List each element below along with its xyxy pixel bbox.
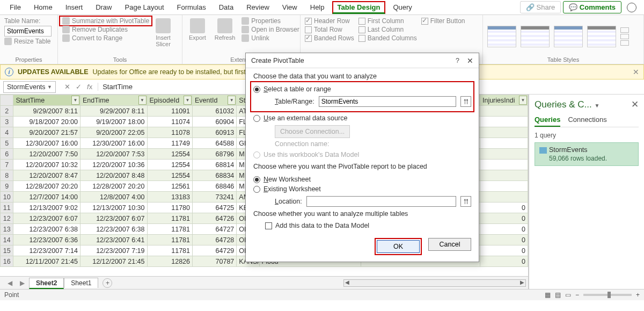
column-header[interactable]: StartTime▼ — [13, 95, 80, 106]
choose-connection-button: Choose Connection... — [275, 125, 350, 138]
zoom-out[interactable]: − — [575, 291, 579, 299]
queries-tabs: QueriesConnections — [535, 115, 639, 127]
radio-data-model: Use this workbook's Data Model — [253, 150, 471, 160]
menu-file[interactable]: File — [4, 1, 26, 13]
menu-page-layout[interactable]: Page Layout — [120, 1, 170, 13]
refresh-button[interactable]: Refresh — [213, 17, 238, 55]
ribbon-group-tablestyles: Table Styles — [483, 15, 644, 64]
summarize-pivottable[interactable]: Summarize with PivotTable — [59, 16, 152, 26]
updates-title: UPDATES AVAILABLE — [18, 68, 88, 76]
view-page-icon[interactable]: ▤ — [555, 291, 561, 299]
view-break-icon[interactable]: ▭ — [565, 291, 571, 299]
queries-pane-close[interactable]: ✕ — [631, 99, 639, 110]
status-bar: Point ▦ ▤ ▭ − + — [0, 289, 644, 300]
column-header[interactable]: InjuriesIndi▼ — [480, 95, 528, 106]
sheet-tab[interactable]: Sheet1 — [64, 278, 98, 288]
filter-icon[interactable]: ▼ — [71, 96, 79, 105]
comments-button[interactable]: 💬 Comments — [563, 1, 621, 13]
dialog-title: Create PivotTable — [251, 57, 456, 64]
export-button[interactable]: Export — [187, 17, 208, 55]
cancel-button[interactable]: Cancel — [428, 238, 471, 251]
dialog-close[interactable]: ✕ — [467, 56, 473, 65]
open-in-browser[interactable]: Open in Browser — [241, 26, 299, 33]
location-input[interactable] — [306, 196, 456, 207]
menu-draw[interactable]: Draw — [90, 1, 117, 13]
table-style-more[interactable] — [620, 27, 629, 46]
ext-properties[interactable]: Properties — [241, 17, 299, 25]
menu-home[interactable]: Home — [28, 1, 58, 13]
horizontal-scrollbar[interactable] — [343, 279, 526, 287]
add-sheet[interactable]: + — [103, 278, 112, 288]
name-box[interactable]: StormEvents▼ — [3, 81, 56, 93]
menu-view[interactable]: View — [277, 1, 303, 13]
table-range-input[interactable] — [319, 96, 456, 107]
menu-formulas[interactable]: Formulas — [172, 1, 211, 13]
query-item-status: 59,066 rows loaded. — [539, 155, 634, 162]
updates-close[interactable]: ✕ — [633, 68, 639, 76]
resize-table[interactable]: Resize Table — [4, 38, 52, 45]
insert-slicer[interactable]: Insert Slicer — [153, 17, 173, 55]
menu-help[interactable]: Help — [305, 1, 330, 13]
ok-button[interactable]: OK — [377, 240, 420, 253]
share-button[interactable]: 🔗 Share — [520, 1, 561, 13]
convert-to-range[interactable]: Convert to Range — [62, 34, 149, 42]
range-picker-icon[interactable]: ⮅ — [460, 196, 471, 207]
account-icon[interactable] — [627, 3, 636, 12]
fx-icon[interactable]: fx — [87, 83, 92, 91]
status-mode: Point — [4, 291, 19, 299]
sheet-nav-prev[interactable]: ◀ — [4, 279, 16, 287]
view-normal-icon[interactable]: ▦ — [545, 291, 551, 299]
dialog-help[interactable]: ? — [456, 57, 459, 64]
menu-insert[interactable]: Insert — [60, 1, 89, 13]
filter-icon[interactable]: ▼ — [184, 96, 192, 105]
dialog-titlebar[interactable]: Create PivotTable ? ✕ — [246, 53, 479, 68]
opt-banded-cols[interactable]: Banded Columns — [358, 34, 417, 42]
queries-tab[interactable]: Connections — [568, 115, 606, 127]
filter-icon[interactable]: ▼ — [519, 96, 527, 105]
table-name-input[interactable] — [4, 26, 52, 37]
menu-review[interactable]: Review — [241, 1, 275, 13]
opt-header-row[interactable]: Header Row — [305, 17, 354, 25]
cancel-icon[interactable]: ✕ — [64, 83, 70, 91]
table-style-thumb[interactable] — [487, 26, 516, 47]
filter-icon[interactable]: ▼ — [228, 96, 236, 105]
updates-msg: Updates for Office are ready to be insta… — [92, 68, 245, 76]
menu-table-design[interactable]: Table Design — [332, 1, 386, 14]
radio-new-worksheet[interactable]: New Worksheet — [253, 175, 471, 184]
menu-data[interactable]: Data — [214, 1, 239, 13]
unlink[interactable]: Unlink — [241, 34, 299, 42]
column-header[interactable]: EpisodeId▼ — [147, 95, 193, 106]
opt-filter-button[interactable]: Filter Button — [421, 17, 465, 25]
dialog-section-multi: Choose whether you want to analyze multi… — [253, 210, 471, 218]
sheet-tab[interactable]: Sheet2 — [29, 278, 64, 289]
query-item[interactable]: StormEvents 59,066 rows loaded. — [535, 142, 639, 166]
connection-name-label: Connection name: — [275, 140, 471, 148]
radio-existing-worksheet[interactable]: Existing Worksheet — [253, 184, 471, 194]
opt-first-col[interactable]: First Column — [358, 17, 417, 25]
radio-select-range[interactable]: Select a table or range — [253, 84, 471, 94]
checkbox-add-data-model[interactable]: Add this data to the Data Model — [265, 222, 471, 229]
queries-pane-title: Queries & C... ▼ — [535, 99, 599, 110]
info-icon: i — [5, 68, 13, 76]
menu-query[interactable]: Query — [387, 1, 417, 13]
sheet-nav-next[interactable]: ▶ — [17, 279, 28, 287]
filter-icon[interactable]: ▼ — [138, 96, 147, 105]
column-header[interactable]: EventId▼ — [193, 95, 237, 106]
table-style-thumb[interactable] — [521, 26, 550, 47]
opt-total-row[interactable]: Total Row — [305, 26, 354, 33]
queries-tab[interactable]: Queries — [535, 115, 560, 127]
column-header[interactable]: EndTime▼ — [80, 95, 147, 106]
radio-external-source[interactable]: Use an external data source — [253, 113, 471, 123]
ribbon-group-properties: Table Name: Resize Table Properties — [0, 15, 58, 64]
remove-duplicates[interactable]: Remove Duplicates — [62, 26, 149, 33]
enter-icon[interactable]: ✓ — [76, 83, 82, 91]
range-picker-icon[interactable]: ⮅ — [460, 96, 471, 107]
create-pivottable-dialog: Create PivotTable ? ✕ Choose the data th… — [245, 53, 479, 262]
zoom-slider[interactable] — [583, 294, 632, 296]
table-style-thumb[interactable] — [554, 26, 583, 47]
opt-last-col[interactable]: Last Column — [358, 26, 417, 33]
zoom-in[interactable]: + — [636, 291, 640, 299]
formula-bar-buttons: ✕ ✓ fx — [59, 83, 98, 91]
table-style-thumb[interactable] — [587, 26, 616, 47]
opt-banded-rows[interactable]: Banded Rows — [305, 34, 354, 42]
